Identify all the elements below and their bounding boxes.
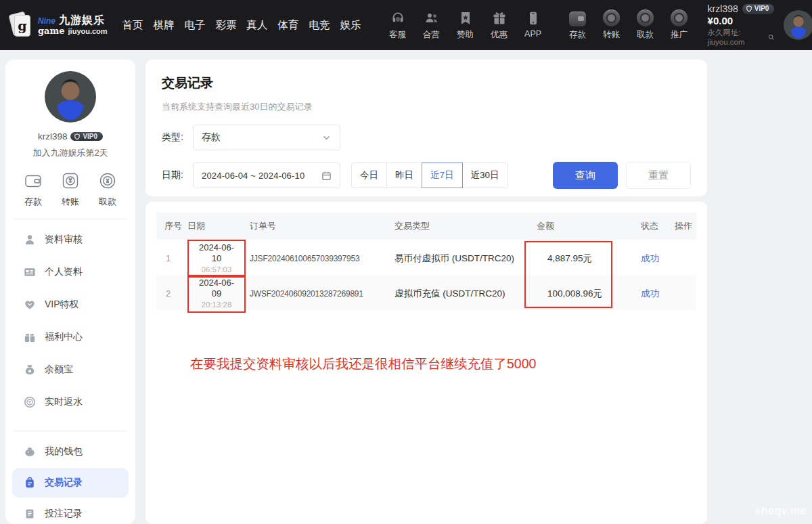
- nav-live[interactable]: 真人: [247, 18, 268, 32]
- quick-range-7days[interactable]: 近7日: [422, 162, 463, 188]
- menu-label: 余额宝: [45, 364, 73, 376]
- sidebar-item-transaction-records[interactable]: 交易记录: [12, 468, 129, 498]
- logo-domain-text: jiuyou.com: [68, 28, 108, 36]
- logo-cards-icon: g: [9, 12, 32, 39]
- reset-button[interactable]: 重置: [626, 162, 691, 189]
- partners-label: 合营: [423, 29, 440, 41]
- vip-shield-icon: [74, 133, 81, 140]
- col-header-type: 交易类型: [390, 220, 533, 232]
- nav-home[interactable]: 首页: [122, 18, 143, 32]
- nav-entertainment[interactable]: 娱乐: [340, 18, 361, 32]
- cell-no: 2: [156, 288, 183, 299]
- quick-withdraw-label: 取款: [99, 196, 116, 208]
- cell-transaction-type: 虚拟币充值 (USDT/TRC20): [390, 288, 533, 300]
- id-card-icon: [24, 266, 36, 278]
- cell-amount: 4,887.95元: [533, 253, 637, 265]
- table-row[interactable]: 2 2024-06-09 20:13:28 JWSF20240609201328…: [156, 275, 696, 310]
- quick-range-30days[interactable]: 近30日: [462, 162, 508, 188]
- type-select[interactable]: 存款: [193, 125, 340, 150]
- withdraw-icon: [97, 171, 118, 191]
- cell-time-value: 20:13:28: [195, 300, 238, 309]
- sidebar-item-yuebao[interactable]: 余额宝: [5, 353, 135, 386]
- promo-button[interactable]: 优惠: [486, 9, 513, 41]
- menu-label: 交易记录: [45, 477, 83, 489]
- filter-actions: 查询 重置: [553, 162, 691, 189]
- sidebar-item-bet-records[interactable]: 投注记录: [5, 498, 135, 524]
- top-header: g Nine 九游娱乐 game jiuyou.com 首页 棋牌 电子 彩票 …: [0, 0, 812, 50]
- records-card: 序号 日期 订单号 交易类型 金额 状态 操作 1 2024-06-10 06:…: [145, 202, 707, 524]
- logo-brand-cn: 九游娱乐: [59, 15, 105, 26]
- sidebar-menu-records: 我的钱包 交易记录 投注记录: [5, 434, 135, 524]
- magnifier-icon[interactable]: [768, 33, 775, 41]
- profile-username: krzl398: [38, 131, 68, 141]
- quick-withdraw-button[interactable]: 取款: [97, 171, 118, 208]
- query-button[interactable]: 查询: [553, 162, 618, 189]
- transfer-icon: [60, 171, 81, 191]
- cell-order-number: JWSF202406092013287269891: [246, 289, 390, 299]
- chevron-down-icon: [321, 133, 332, 143]
- service-button[interactable]: 客服: [384, 9, 411, 41]
- cell-status: 成功: [637, 253, 671, 265]
- quick-range-yesterday[interactable]: 昨日: [386, 162, 422, 188]
- deposit-button[interactable]: 存款: [564, 9, 591, 41]
- withdraw-label: 取款: [637, 29, 654, 41]
- profile-vip-label: VIP0: [83, 133, 97, 140]
- transfer-button[interactable]: 转账: [598, 9, 625, 41]
- welfare-gift-icon: [24, 331, 36, 343]
- nav-lottery[interactable]: 彩票: [216, 18, 237, 32]
- quick-deposit-label: 存款: [24, 196, 42, 208]
- vip-badge[interactable]: VIP0: [742, 4, 775, 14]
- type-filter-row: 类型: 存款: [162, 125, 691, 150]
- sidebar-menu-account: 资料审核 个人资料 VIP特权 福利中心 余额宝 实时返水: [5, 222, 135, 420]
- col-header-status: 状态: [637, 220, 671, 232]
- sidebar-item-welfare-center[interactable]: 福利中心: [5, 321, 135, 353]
- date-range-value: 2024-06-04 ~ 2024-06-10: [202, 171, 304, 181]
- vip-shield-icon: [746, 5, 752, 12]
- quick-range-today[interactable]: 今日: [351, 162, 387, 188]
- partners-icon: [423, 9, 440, 26]
- quick-deposit-button[interactable]: 存款: [23, 171, 43, 208]
- col-header-date: 日期: [183, 220, 246, 232]
- logo-game-text: game: [38, 26, 65, 36]
- page-subtitle: 当前系统支持查询最近30日的交易记录: [162, 101, 691, 113]
- nav-slots[interactable]: 电子: [185, 18, 206, 32]
- app-button[interactable]: APP: [520, 9, 547, 41]
- watermark-text: sheqv.me: [754, 505, 807, 517]
- table-row[interactable]: 1 2024-06-10 06:57:03 JJSF20240610065703…: [156, 240, 696, 275]
- menu-label: VIP特权: [45, 299, 79, 311]
- profile-vip-badge[interactable]: VIP0: [70, 132, 103, 141]
- promote-button[interactable]: 推广: [666, 9, 693, 41]
- sidebar-item-my-wallet[interactable]: 我的钱包: [5, 435, 135, 468]
- deposit-wallet-icon: [569, 9, 586, 26]
- nav-sports[interactable]: 体育: [278, 18, 299, 32]
- withdraw-button[interactable]: 取款: [632, 9, 659, 41]
- main-nav: 首页 棋牌 电子 彩票 真人 体育 电竞 娱乐: [122, 18, 361, 32]
- page-title: 交易记录: [162, 74, 691, 92]
- header-avatar[interactable]: [784, 10, 812, 40]
- sidebar-item-realtime-rebate[interactable]: 实时返水: [5, 386, 135, 418]
- sponsor-button[interactable]: 赞助: [452, 9, 479, 41]
- logo-nine-text: Nine: [38, 17, 55, 26]
- balance-amount: ¥0.00: [708, 15, 775, 28]
- nav-esports[interactable]: 电竞: [309, 18, 330, 32]
- date-range-input[interactable]: 2024-06-04 ~ 2024-06-10: [193, 162, 340, 188]
- nav-chess[interactable]: 棋牌: [154, 18, 175, 32]
- sidebar-item-profile-review[interactable]: 资料审核: [5, 223, 135, 256]
- profile-review-icon: [24, 234, 36, 246]
- header-icon-group-wallet: 存款 转账 取款 推广: [564, 9, 693, 41]
- username[interactable]: krzl398: [708, 3, 738, 16]
- sidebar-divider: [14, 431, 127, 431]
- site-logo[interactable]: g Nine 九游娱乐 game jiuyou.com: [9, 12, 108, 39]
- sidebar-item-vip-privilege[interactable]: VIP特权: [5, 288, 135, 321]
- profile-avatar[interactable]: [45, 71, 96, 123]
- menu-label: 投注记录: [45, 508, 83, 520]
- mobile-app-icon: [524, 9, 541, 26]
- partners-button[interactable]: 合营: [418, 9, 445, 41]
- menu-label: 个人资料: [45, 266, 83, 278]
- sponsor-bookmark-icon: [457, 9, 474, 26]
- sidebar-item-personal-info[interactable]: 个人资料: [5, 256, 135, 288]
- quick-transfer-button[interactable]: 转账: [60, 171, 81, 208]
- deposit-label: 存款: [569, 29, 586, 41]
- date-quick-group: 今日 昨日 近7日 近30日: [351, 162, 508, 188]
- calendar-icon: [321, 171, 332, 181]
